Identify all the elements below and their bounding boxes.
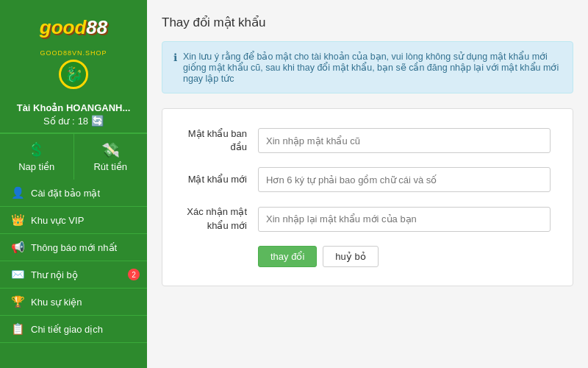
form-row-2: Mật khẩu mới [177, 167, 551, 192]
logo-icon: 🐉 [59, 60, 88, 89]
rut-tien-button[interactable]: 💸 Rút tiền [74, 134, 148, 180]
balance-label: Số dư : [43, 116, 75, 127]
su-kien-icon: 🏆 [10, 295, 25, 308]
menu-label-cai-dat: Cài đặt bảo mật [31, 188, 100, 199]
rut-icon: 💸 [101, 141, 120, 159]
logo-text-good: good [40, 16, 87, 39]
nav-actions: 💲 Nap tiền 💸 Rút tiền [0, 133, 147, 180]
user-name: Tài Khoản HOANGANH... [7, 102, 140, 113]
menu-items: 👤 Cài đặt bảo mật 👑 Khu vực VIP 📢 Thông … [0, 180, 147, 368]
thu-noi-bo-icon: ✉️ [10, 268, 25, 281]
form-row-3: Xác nhận mật khẩu mới [177, 205, 551, 232]
label-mat-khau-cu: Mật khẩu ban đầu [177, 127, 258, 154]
nap-icon: 💲 [27, 141, 46, 159]
nap-label: Nap tiền [18, 161, 54, 172]
rut-label: Rút tiền [93, 161, 127, 172]
menu-label-su-kien: Khu sự kiện [31, 297, 82, 308]
menu-item-thu-noi-bo[interactable]: ✉️ Thư nội bộ 2 [0, 261, 147, 289]
user-balance: Số dư : 18 🔄 [7, 115, 140, 127]
label-xac-nhan-mat-khau: Xác nhận mật khẩu mới [177, 205, 258, 232]
logo-sub: GOOD88VN.SHOP [40, 49, 107, 57]
menu-item-cai-dat-bao-mat[interactable]: 👤 Cài đặt bảo mật [0, 180, 147, 207]
input-xac-nhan-mat-khau[interactable] [258, 207, 551, 232]
menu-item-khu-su-kien[interactable]: 🏆 Khu sự kiện [0, 289, 147, 316]
form-actions: thay đổi huỷ bỏ [177, 246, 551, 267]
logo-text-88: 88 [86, 16, 107, 39]
user-info: Tài Khoản HOANGANH... Số dư : 18 🔄 [0, 99, 147, 133]
menu-label-thu-noi-bo: Thư nội bộ [31, 269, 78, 280]
sidebar: good 88 GOOD88VN.SHOP 🐉 Tài Khoản HOANGA… [0, 0, 147, 368]
info-icon: ℹ [173, 52, 177, 63]
main-content: Thay đổi mật khẩu ℹ Xin lưu ý rằng để bả… [147, 0, 588, 368]
menu-item-chi-tiet-giao-dich[interactable]: 📋 Chi tiết giao dịch [0, 316, 147, 343]
vip-icon: 👑 [10, 213, 25, 227]
form-row-1: Mật khẩu ban đầu [177, 127, 551, 154]
info-box: ℹ Xin lưu ý rằng để bảo mật cho tài khoả… [162, 41, 573, 93]
giao-dich-icon: 📋 [10, 322, 25, 336]
cai-dat-icon: 👤 [10, 186, 25, 199]
balance-value: 18 [78, 116, 88, 127]
info-text: Xin lưu ý rằng để bảo mật cho tài khoản … [183, 51, 562, 84]
cancel-button[interactable]: huỷ bỏ [323, 246, 378, 267]
menu-label-giao-dich: Chi tiết giao dịch [31, 324, 103, 335]
menu-item-khu-vuc-vip[interactable]: 👑 Khu vực VIP [0, 207, 147, 234]
change-password-button[interactable]: thay đổi [258, 246, 317, 267]
menu-label-thong-bao: Thông báo mới nhất [31, 242, 117, 253]
input-mat-khau-moi[interactable] [258, 167, 551, 192]
thong-bao-icon: 📢 [10, 241, 25, 254]
input-mat-khau-cu[interactable] [258, 128, 551, 153]
menu-item-thong-bao[interactable]: 📢 Thông báo mới nhất [0, 234, 147, 261]
thu-noi-bo-badge: 2 [128, 269, 140, 280]
form-area: Mật khẩu ban đầu Mật khẩu mới Xác nhận m… [162, 108, 573, 286]
nap-tien-button[interactable]: 💲 Nap tiền [0, 134, 74, 180]
menu-label-vip: Khu vực VIP [31, 215, 84, 226]
logo: good 88 [29, 7, 118, 48]
refresh-icon[interactable]: 🔄 [91, 115, 104, 127]
logo-area: good 88 GOOD88VN.SHOP 🐉 [0, 0, 147, 99]
label-mat-khau-moi: Mật khẩu mới [177, 173, 258, 186]
page-title: Thay đổi mật khẩu [162, 15, 573, 30]
